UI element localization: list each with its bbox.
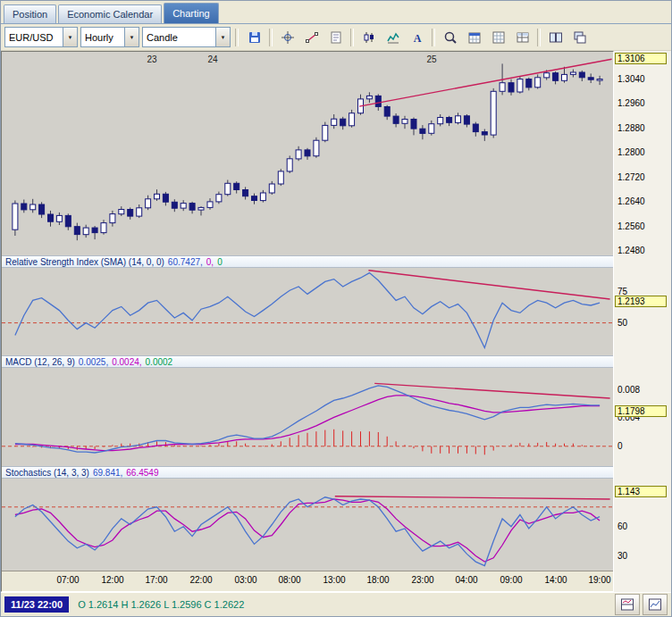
data-table-button[interactable] <box>511 27 533 48</box>
time-axis-label: 22:00 <box>189 575 212 585</box>
ohlc-readout: O 1.2614 H 1.2626 L 1.2596 C 1.2622 <box>78 599 612 610</box>
floppy-icon <box>248 30 262 45</box>
chevron-down-icon[interactable]: ▼ <box>124 28 139 46</box>
time-axis-label: 17:00 <box>145 575 167 585</box>
grid-button[interactable] <box>487 27 509 48</box>
time-axis-label: 12:00 <box>101 575 123 585</box>
grid-icon <box>491 30 506 45</box>
candle-icon <box>362 30 376 45</box>
save-chart-button[interactable] <box>243 27 265 48</box>
date-marker: 25 <box>426 54 437 64</box>
symbol-value: EUR/USD <box>5 32 63 43</box>
axis-highlight-value: 1.143 <box>615 486 667 497</box>
chart-toolbar: EUR/USD ▼ Hourly ▼ Candle ▼ A <box>1 24 671 51</box>
time-axis-label: 13:00 <box>323 575 345 585</box>
axis-highlight-value: 1.3106 <box>615 53 667 64</box>
stochastics-value-1: 69.841, <box>93 468 122 478</box>
price-axis-label: 30 <box>617 551 627 561</box>
text-annotation-button[interactable]: A <box>406 27 428 48</box>
table-icon <box>516 30 530 45</box>
stochastics-title: Stochastics (14, 3, 3) <box>5 468 89 478</box>
time-axis-label: 18:00 <box>366 575 389 585</box>
journal-button[interactable] <box>324 27 347 48</box>
tab-charting[interactable]: Charting <box>164 3 219 23</box>
study-button[interactable] <box>382 27 404 48</box>
chevron-down-icon[interactable]: ▼ <box>63 28 77 46</box>
tab-position[interactable]: Position <box>4 4 56 23</box>
rsi-value-2: 0, <box>206 257 214 267</box>
time-axis-label: 08:00 <box>278 575 300 585</box>
journal-icon <box>329 30 343 45</box>
period-value: Hourly <box>81 32 124 43</box>
time-axis-label: 19:00 <box>588 575 610 585</box>
macd-chart[interactable] <box>2 368 613 466</box>
toolbar-buttons: A <box>243 27 591 48</box>
rsi-header: Relative Strength Index (SMA) (14, 0, 0)… <box>2 255 613 268</box>
price-axis-label: 1.2480 <box>617 246 645 255</box>
chevron-down-icon[interactable]: ▼ <box>215 28 230 46</box>
price-axis-label: 1.2800 <box>617 147 645 157</box>
expand-icon <box>648 597 662 612</box>
date-marker: 23 <box>147 54 157 64</box>
style-select[interactable]: Candle ▼ <box>142 27 231 47</box>
style-value: Candle <box>143 32 215 43</box>
period-select[interactable]: Hourly ▼ <box>80 27 139 47</box>
price-axis-label: 1.2560 <box>617 221 645 231</box>
toolbar-separator <box>350 29 354 46</box>
price-axis-label: 50 <box>617 318 627 328</box>
tab-bar: Position Economic Calendar Charting <box>1 1 671 24</box>
stochastics-chart[interactable] <box>2 479 613 571</box>
chart-layout-button[interactable] <box>643 594 668 615</box>
crosshair-icon <box>281 30 295 45</box>
toolbar-separator <box>537 29 541 46</box>
rsi-value-1: 60.7427, <box>168 257 203 267</box>
time-axis-label: 07:00 <box>56 575 79 585</box>
zoom-button[interactable] <box>439 27 461 48</box>
crosshair-tool-button[interactable] <box>276 27 298 48</box>
cascade-windows-button[interactable] <box>568 27 591 48</box>
app-window: Position Economic Calendar Charting EUR/… <box>0 0 672 617</box>
cascade-icon <box>573 30 587 45</box>
chart-style-button[interactable] <box>357 27 380 48</box>
price-axis: 1.30401.29601.28801.28001.27201.26401.25… <box>614 51 671 592</box>
toolbar-separator <box>432 29 435 46</box>
status-bar: 11/23 22:00 O 1.2614 H 1.2626 L 1.2596 C… <box>1 592 671 616</box>
price-axis-label: 1.2640 <box>617 196 645 206</box>
stochastics-value-2: 66.4549 <box>126 468 158 478</box>
macd-value-2: 0.0024, <box>112 357 141 367</box>
rsi-title: Relative Strength Index (SMA) (14, 0, 0) <box>5 257 164 267</box>
symbol-select[interactable]: EUR/USD ▼ <box>4 27 78 47</box>
tile-windows-button[interactable] <box>544 27 567 48</box>
tile-icon <box>549 30 563 45</box>
price-axis-label: 1.2960 <box>617 98 645 108</box>
price-axis-label: 1.2720 <box>617 172 645 182</box>
toolbar-separator <box>235 29 239 46</box>
macd-title: MACD (12, 26, 9) <box>5 357 75 367</box>
rsi-chart[interactable] <box>2 268 613 355</box>
time-axis-label: 14:00 <box>544 575 567 585</box>
main-price-chart[interactable]: 232425 <box>2 52 613 255</box>
calendar-icon <box>467 30 482 45</box>
periodicity-button[interactable] <box>463 27 485 48</box>
timestamp-cell: 11/23 22:00 <box>4 596 69 613</box>
time-axis-label: 09:00 <box>500 575 522 585</box>
chart-panes-button[interactable] <box>615 594 640 615</box>
axis-highlight-value: 1.1798 <box>615 405 667 417</box>
chart-column: 232425 Relative Strength Index (SMA) (14… <box>1 51 614 592</box>
text-icon: A <box>410 30 424 45</box>
svg-text:A: A <box>413 31 421 44</box>
trendline-tool-button[interactable] <box>300 27 323 48</box>
tab-economic-calendar[interactable]: Economic Calendar <box>58 4 162 23</box>
macd-value-1: 0.0025, <box>79 357 108 367</box>
price-axis-label: 0 <box>617 441 623 451</box>
price-axis-label: 1.3040 <box>617 74 645 84</box>
time-axis-label: 04:00 <box>455 575 477 585</box>
time-axis-label: 03:00 <box>234 575 256 585</box>
toolbar-separator <box>269 29 273 46</box>
panes-icon <box>620 597 634 612</box>
rsi-value-3: 0 <box>217 257 223 267</box>
price-axis-label: 60 <box>617 521 627 531</box>
macd-value-3: 0.0002 <box>146 357 173 367</box>
trendline-icon <box>305 30 319 45</box>
time-axis: 07:0012:0017:0022:0003:0008:0013:0018:00… <box>2 571 613 591</box>
